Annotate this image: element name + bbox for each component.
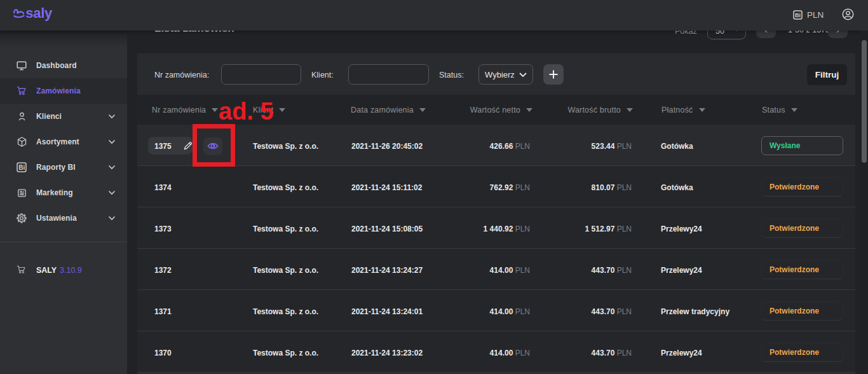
svg-text:Bi: Bi xyxy=(18,164,25,171)
svg-text:saly: saly xyxy=(25,5,53,21)
svg-text:Bi: Bi xyxy=(795,12,801,18)
